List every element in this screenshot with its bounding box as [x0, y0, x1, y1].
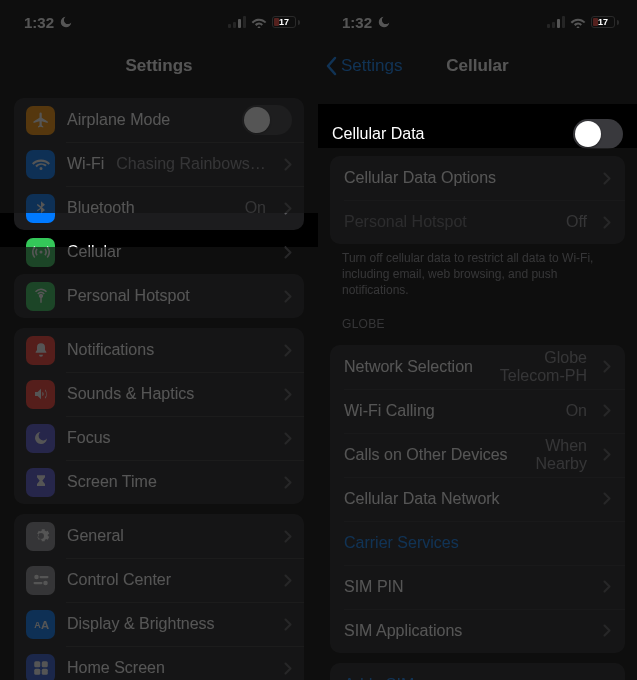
row-label: Calls on Other Devices [344, 446, 508, 464]
settings-row-wifi[interactable]: Wi-FiChasing Rainbows 5G [14, 142, 304, 186]
display-icon: AA [26, 610, 55, 639]
svg-rect-24 [562, 16, 565, 28]
settings-row-sounds[interactable]: Sounds & Haptics [14, 372, 304, 416]
chevron-right-icon [603, 172, 611, 185]
bluetooth-icon [26, 194, 55, 223]
svg-rect-22 [552, 22, 555, 28]
cellular-icon [26, 238, 55, 267]
page-title: Settings [125, 56, 192, 76]
svg-point-4 [34, 575, 39, 580]
chevron-right-icon [603, 216, 611, 229]
cellular-row-netsel[interactable]: Network SelectionGlobe Telecom-PH [330, 345, 625, 389]
status-time: 1:32 [24, 14, 54, 31]
status-bar: 1:32 17 [318, 0, 637, 44]
row-label: Cellular Data [332, 125, 424, 143]
svg-rect-2 [238, 19, 241, 28]
row-label: Cellular Data Options [344, 169, 496, 187]
wifi-icon [570, 16, 586, 28]
row-label: Add eSIM [344, 676, 414, 680]
svg-rect-1 [233, 22, 236, 28]
chevron-right-icon [284, 344, 292, 357]
row-label: Airplane Mode [67, 111, 170, 129]
screentime-icon [26, 468, 55, 497]
row-label: Home Screen [67, 659, 165, 677]
battery-indicator: 17 [591, 16, 619, 28]
settings-row-screentime[interactable]: Screen Time [14, 460, 304, 504]
row-value: On [147, 199, 266, 217]
row-label: Wi-Fi [67, 155, 104, 173]
cell-signal-icon [547, 16, 565, 28]
chevron-right-icon [284, 476, 292, 489]
settings-row-general[interactable]: General [14, 514, 304, 558]
settings-row-airplane[interactable]: Airplane Mode [14, 98, 304, 142]
nav-bar: Settings Cellular [318, 44, 637, 88]
settings-row-cellular[interactable]: Cellular [0, 230, 318, 274]
row-label: Wi-Fi Calling [344, 402, 435, 420]
svg-rect-11 [41, 661, 47, 667]
carrier-header: GLOBE [318, 299, 637, 335]
cellulardata-toggle[interactable] [573, 119, 623, 149]
general-icon [26, 522, 55, 551]
settings-row-homescreen[interactable]: Home Screen [14, 646, 304, 680]
chevron-right-icon [284, 290, 292, 303]
cellular-row-simapps[interactable]: SIM Applications [330, 609, 625, 653]
settings-row-focus[interactable]: Focus [14, 416, 304, 460]
chevron-right-icon [284, 246, 292, 259]
row-value: When Nearby [518, 437, 587, 473]
chevron-right-icon [284, 662, 292, 675]
row-value: Chasing Rainbows 5G [116, 155, 266, 173]
row-label: Bluetooth [67, 199, 135, 217]
back-button[interactable]: Settings [326, 56, 402, 76]
page-title: Cellular [446, 56, 508, 76]
sounds-icon [26, 380, 55, 409]
settings-row-hotspot[interactable]: Personal Hotspot [14, 274, 304, 318]
chevron-right-icon [284, 388, 292, 401]
row-label: Personal Hotspot [67, 287, 190, 305]
cellular-data-footer: Turn off cellular data to restrict all d… [318, 244, 637, 299]
row-label: Sounds & Haptics [67, 385, 194, 403]
svg-text:A: A [41, 619, 49, 631]
cellular-row-wificalling[interactable]: Wi-Fi CallingOn [330, 389, 625, 433]
svg-rect-13 [41, 669, 47, 675]
row-label: Carrier Services [344, 534, 459, 552]
settings-row-notifications[interactable]: Notifications [14, 328, 304, 372]
homescreen-icon [26, 654, 55, 681]
cellular-row-simpin[interactable]: SIM PIN [330, 565, 625, 609]
settings-row-controlcenter[interactable]: Control Center [14, 558, 304, 602]
cellular-screen: 1:32 17 Settings [318, 0, 637, 680]
settings-row-bluetooth[interactable]: BluetoothOn [14, 186, 304, 230]
chevron-right-icon [284, 202, 292, 215]
row-label: Network Selection [344, 358, 473, 376]
chevron-right-icon [603, 360, 611, 373]
chevron-right-icon [603, 580, 611, 593]
chevron-right-icon [284, 574, 292, 587]
airplane-icon [26, 106, 55, 135]
cellular-row-datanetwork[interactable]: Cellular Data Network [330, 477, 625, 521]
settings-row-display[interactable]: AADisplay & Brightness [14, 602, 304, 646]
controlcenter-icon [26, 566, 55, 595]
cell-signal-icon [228, 16, 246, 28]
airplane-toggle[interactable] [242, 105, 292, 135]
cellular-row-cellulardata[interactable]: Cellular Data [318, 112, 637, 156]
settings-list[interactable]: Airplane ModeWi-FiChasing Rainbows 5GBlu… [0, 88, 318, 680]
row-value: Globe Telecom-PH [483, 349, 587, 385]
cellular-row-addesim[interactable]: Add eSIM [330, 663, 625, 680]
cellular-row-callsother[interactable]: Calls on Other DevicesWhen Nearby [330, 433, 625, 477]
row-label: Control Center [67, 571, 171, 589]
cellular-list[interactable]: Cellular DataCellular Data OptionsPerson… [318, 88, 637, 680]
svg-rect-23 [557, 19, 560, 28]
row-label: SIM PIN [344, 578, 404, 596]
settings-screen: 1:32 17 Settings Airplane [0, 0, 318, 680]
cellular-row-carrier[interactable]: Carrier Services [330, 521, 625, 565]
chevron-right-icon [603, 448, 611, 461]
svg-rect-3 [243, 16, 246, 28]
cellular-row-hotspot[interactable]: Personal HotspotOff [330, 200, 625, 244]
svg-rect-7 [33, 582, 42, 584]
dnd-moon-icon [377, 15, 391, 29]
nav-bar: Settings [0, 44, 318, 88]
row-value: On [445, 402, 587, 420]
cellular-row-cellopts[interactable]: Cellular Data Options [330, 156, 625, 200]
chevron-right-icon [603, 624, 611, 637]
svg-text:A: A [34, 620, 41, 630]
chevron-right-icon [284, 158, 292, 171]
